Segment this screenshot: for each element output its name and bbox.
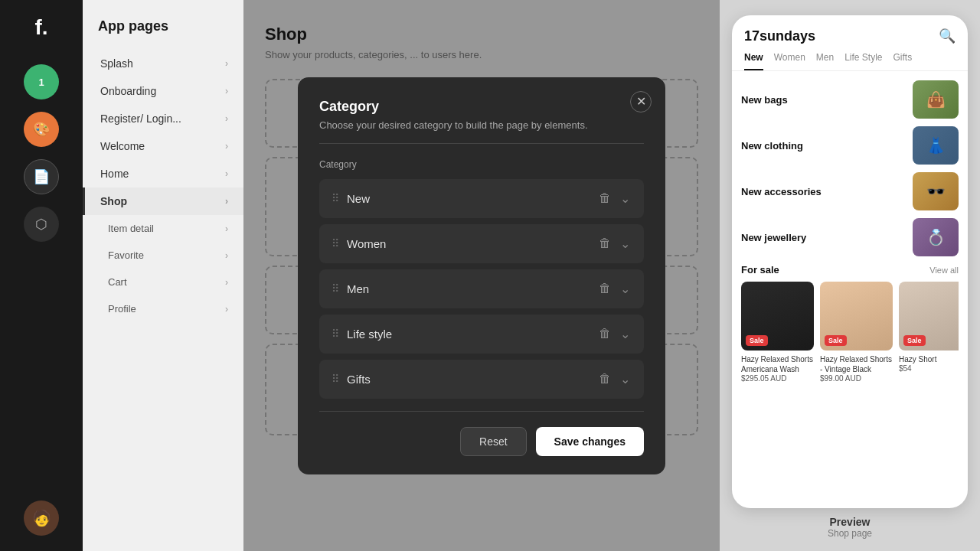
sidebar-item-home[interactable]: Home › [83, 160, 243, 187]
layers-icon[interactable]: ⬡ [24, 207, 59, 242]
sale-card-1: Sale Hazy Relaxed Shorts Americana Wash … [741, 282, 814, 383]
sale-image: Sale [899, 282, 959, 350]
category-name: Women [347, 237, 590, 250]
theme-icon[interactable]: 🎨 [24, 112, 59, 147]
category-item-gifts[interactable]: ⠿ Gifts 🗑 ⌄ [319, 360, 644, 399]
expand-category-button[interactable]: ⌄ [619, 325, 632, 343]
product-title: New bags [741, 94, 788, 106]
sidebar-item-register[interactable]: Register/ Login... › [83, 105, 243, 132]
category-name: New [347, 192, 590, 205]
preview-label-sub: Shop page [732, 528, 968, 539]
chevron-right-icon: › [225, 141, 228, 152]
app-logo: f. [34, 15, 47, 40]
save-changes-button[interactable]: Save changes [536, 427, 644, 456]
drag-handle-icon: ⠿ [332, 237, 339, 249]
phone-header: 17sundays 🔍 [732, 15, 968, 44]
sidebar-item-welcome[interactable]: Welcome › [83, 132, 243, 160]
modal-footer: Reset Save changes [319, 424, 644, 456]
sale-grid: Sale Hazy Relaxed Shorts Americana Wash … [741, 282, 959, 383]
preview-label-title: Preview [732, 516, 968, 528]
drag-handle-icon: ⠿ [332, 328, 339, 340]
category-actions: 🗑 ⌄ [597, 235, 632, 253]
notifications-icon[interactable]: 1 [24, 64, 59, 99]
for-sale-title: For sale [741, 264, 779, 276]
modal-close-button[interactable]: ✕ [630, 91, 652, 112]
category-actions: 🗑 ⌄ [597, 280, 632, 298]
sale-price: $99.00 AUD [820, 374, 893, 383]
delete-category-button[interactable]: 🗑 [597, 325, 612, 342]
chevron-right-icon: › [225, 58, 228, 69]
sidebar-item-item-detail[interactable]: Item detail › [83, 215, 243, 242]
category-item-men[interactable]: ⠿ Men 🗑 ⌄ [319, 269, 644, 308]
modal-category-label: Category [319, 159, 644, 170]
tab-new[interactable]: New [744, 52, 763, 70]
product-thumbnail: 🕶️ [913, 172, 959, 210]
delete-category-button[interactable]: 🗑 [597, 190, 612, 207]
sidebar-title: App pages [83, 18, 243, 50]
category-name: Life style [347, 328, 590, 341]
expand-category-button[interactable]: ⌄ [619, 370, 632, 388]
product-row-jewellery: New jewellery 💍 [741, 218, 959, 256]
category-item-new[interactable]: ⠿ New 🗑 ⌄ [319, 179, 644, 218]
chevron-right-icon: › [225, 168, 228, 179]
sidebar-item-favorite[interactable]: Favorite › [83, 242, 243, 269]
category-item-women[interactable]: ⠿ Women 🗑 ⌄ [319, 224, 644, 263]
chevron-right-icon: › [225, 250, 228, 261]
product-title: New accessories [741, 186, 822, 197]
expand-category-button[interactable]: ⌄ [619, 190, 632, 207]
product-title: New clothing [741, 140, 803, 152]
delete-category-button[interactable]: 🗑 [597, 280, 612, 297]
sale-price: $54 [899, 364, 959, 373]
tab-women[interactable]: Women [774, 52, 805, 70]
icon-bar: f. 1 🎨 📄 ⬡ 🧑 [0, 0, 83, 551]
chevron-right-icon: › [225, 113, 228, 124]
category-name: Gifts [347, 373, 590, 386]
chevron-right-icon: › [225, 196, 228, 207]
tab-men[interactable]: Men [816, 52, 834, 70]
product-title: New jewellery [741, 232, 806, 243]
delete-category-button[interactable]: 🗑 [597, 370, 612, 387]
view-all-link[interactable]: View all [929, 266, 959, 275]
pages-icon[interactable]: 📄 [24, 159, 59, 194]
phone-content: New bags 👜 New clothing 👗 New accessorie… [732, 71, 968, 508]
sidebar-item-shop[interactable]: Shop › [83, 187, 243, 215]
sale-badge: Sale [746, 335, 768, 346]
modal-title: Category [319, 99, 644, 115]
sale-badge: Sale [825, 335, 847, 346]
sale-badge: Sale [903, 335, 926, 346]
tab-gifts[interactable]: Gifts [893, 52, 913, 70]
sale-image: Sale [820, 282, 893, 350]
phone-tabs: New Women Men Life Style Gifts [732, 44, 968, 71]
chevron-right-icon: › [225, 304, 228, 315]
sale-price: $295.05 AUD [741, 374, 814, 383]
sidebar-item-profile[interactable]: Profile › [83, 295, 243, 322]
chevron-right-icon: › [225, 86, 228, 96]
category-name: Men [347, 282, 590, 295]
sidebar: App pages Splash › Onboarding › Register… [83, 0, 243, 551]
sidebar-item-cart[interactable]: Cart › [83, 269, 243, 295]
category-modal: ✕ Category Choose your desired category … [298, 77, 665, 474]
product-row-accessories: New accessories 🕶️ [741, 172, 959, 210]
category-item-lifestyle[interactable]: ⠿ Life style 🗑 ⌄ [319, 315, 644, 354]
sidebar-item-onboarding[interactable]: Onboarding › [83, 77, 243, 105]
search-icon[interactable]: 🔍 [939, 28, 956, 44]
chevron-right-icon: › [225, 223, 228, 234]
product-thumbnail: 👜 [913, 80, 959, 119]
phone-frame: 17sundays 🔍 New Women Men Life Style Gif… [732, 15, 968, 508]
delete-category-button[interactable]: 🗑 [597, 235, 612, 252]
avatar[interactable]: 🧑 [24, 500, 59, 536]
sidebar-item-splash[interactable]: Splash › [83, 50, 243, 77]
product-row-clothing: New clothing 👗 [741, 126, 959, 165]
drag-handle-icon: ⠿ [332, 192, 339, 204]
tab-lifestyle[interactable]: Life Style [844, 52, 882, 70]
phone-brand: 17sundays [744, 28, 815, 44]
reset-button[interactable]: Reset [460, 427, 527, 456]
product-thumbnail: 💍 [913, 218, 959, 256]
product-row-bags: New bags 👜 [741, 80, 959, 119]
expand-category-button[interactable]: ⌄ [619, 280, 632, 298]
drag-handle-icon: ⠿ [332, 282, 339, 295]
expand-category-button[interactable]: ⌄ [619, 235, 632, 253]
product-thumbnail: 👗 [913, 126, 959, 165]
sale-card-3: Sale Hazy Short $54 [899, 282, 959, 383]
modal-description: Choose your desired category to build th… [319, 119, 644, 144]
